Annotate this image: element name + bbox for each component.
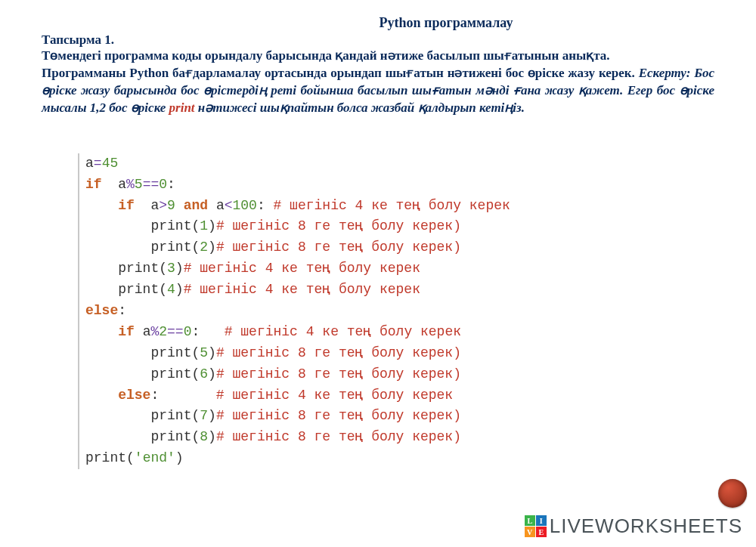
code-line-15: print('end') xyxy=(85,448,680,469)
instruction-text: Программаны Python бағдарламалау ортасын… xyxy=(42,66,639,80)
code-line-7: print(4)# шегініс 4 ке тең болу керек xyxy=(85,280,680,301)
code-line-2: if a%5==0: xyxy=(85,175,680,196)
logo-text: LIVEWORKSHEETS xyxy=(550,515,742,538)
code-line-13: print(7)# шегініс 8 ге тең болу керек) xyxy=(85,406,680,427)
code-line-3: if a>9 and a<100: # шегініс 4 ке тең бол… xyxy=(85,196,680,217)
note-text-2: нәтижесі шықпайтын болса жазбай қалдырып… xyxy=(195,100,525,115)
logo-square-v: V xyxy=(525,527,535,537)
code-line-1: a=45 xyxy=(85,153,680,175)
task-number: Тапсырма 1. xyxy=(42,32,714,48)
logo-square-l: L xyxy=(525,515,535,526)
code-line-10: print(5)# шегініс 8 ге тең болу керек) xyxy=(85,343,680,364)
code-line-8: else: xyxy=(85,301,680,322)
instruction-line-2: Программаны Python бағдарламалау ортасын… xyxy=(42,65,714,117)
page-title: Python программалау xyxy=(178,15,714,31)
code-line-14: print(8)# шегініс 8 ге тең болу керек) xyxy=(85,427,680,448)
wax-seal-icon xyxy=(718,479,747,508)
code-block: a=45 if a%5==0: if a>9 and a<100: # шегі… xyxy=(69,147,689,475)
logo-square-i: I xyxy=(536,515,547,526)
logo-square-e: E xyxy=(536,527,547,537)
code-line-12: else: # шегініс 4 ке тең болу керек xyxy=(85,385,680,406)
code-line-4: print(1)# шегініс 8 ге тең болу керек) xyxy=(85,216,680,237)
code-line-9: if a%2==0: # шегініс 4 ке тең болу керек xyxy=(85,322,680,343)
liveworksheets-logo: L I V E LIVEWORKSHEETS xyxy=(525,515,742,538)
code-line-11: print(6)# шегініс 8 ге тең болу керек) xyxy=(85,364,680,385)
note-print-word: print xyxy=(169,100,195,115)
code-line-6: print(3)# шегініс 4 ке тең болу керек xyxy=(85,258,680,280)
logo-squares-icon: L I V E xyxy=(525,515,547,537)
instruction-line-1: Төмендегі программа коды орындалу барысы… xyxy=(42,48,714,65)
code-line-5: print(2)# шегініс 8 ге тең болу керек) xyxy=(85,237,680,258)
